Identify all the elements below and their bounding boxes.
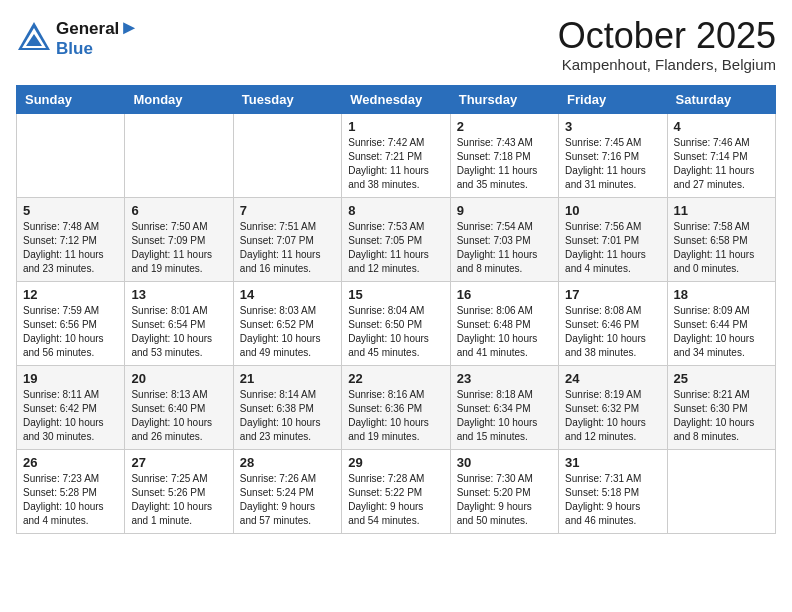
day-info: Sunrise: 8:08 AM Sunset: 6:46 PM Dayligh… bbox=[565, 304, 660, 360]
calendar-week-1: 1Sunrise: 7:42 AM Sunset: 7:21 PM Daylig… bbox=[17, 113, 776, 197]
day-number: 21 bbox=[240, 371, 335, 386]
calendar-cell: 30Sunrise: 7:30 AM Sunset: 5:20 PM Dayli… bbox=[450, 449, 558, 533]
calendar-cell: 22Sunrise: 8:16 AM Sunset: 6:36 PM Dayli… bbox=[342, 365, 450, 449]
weekday-header-sunday: Sunday bbox=[17, 85, 125, 113]
day-info: Sunrise: 7:53 AM Sunset: 7:05 PM Dayligh… bbox=[348, 220, 443, 276]
day-number: 10 bbox=[565, 203, 660, 218]
location-text: Kampenhout, Flanders, Belgium bbox=[558, 56, 776, 73]
page-header: General► Blue October 2025 Kampenhout, F… bbox=[16, 16, 776, 73]
calendar-week-3: 12Sunrise: 7:59 AM Sunset: 6:56 PM Dayli… bbox=[17, 281, 776, 365]
day-info: Sunrise: 7:28 AM Sunset: 5:22 PM Dayligh… bbox=[348, 472, 443, 528]
calendar-cell: 7Sunrise: 7:51 AM Sunset: 7:07 PM Daylig… bbox=[233, 197, 341, 281]
logo-icon bbox=[16, 20, 52, 56]
calendar-cell: 23Sunrise: 8:18 AM Sunset: 6:34 PM Dayli… bbox=[450, 365, 558, 449]
calendar-week-5: 26Sunrise: 7:23 AM Sunset: 5:28 PM Dayli… bbox=[17, 449, 776, 533]
day-info: Sunrise: 8:14 AM Sunset: 6:38 PM Dayligh… bbox=[240, 388, 335, 444]
day-info: Sunrise: 8:09 AM Sunset: 6:44 PM Dayligh… bbox=[674, 304, 769, 360]
calendar-cell: 14Sunrise: 8:03 AM Sunset: 6:52 PM Dayli… bbox=[233, 281, 341, 365]
calendar-week-2: 5Sunrise: 7:48 AM Sunset: 7:12 PM Daylig… bbox=[17, 197, 776, 281]
calendar-cell: 20Sunrise: 8:13 AM Sunset: 6:40 PM Dayli… bbox=[125, 365, 233, 449]
calendar-cell: 1Sunrise: 7:42 AM Sunset: 7:21 PM Daylig… bbox=[342, 113, 450, 197]
day-info: Sunrise: 7:59 AM Sunset: 6:56 PM Dayligh… bbox=[23, 304, 118, 360]
day-info: Sunrise: 7:54 AM Sunset: 7:03 PM Dayligh… bbox=[457, 220, 552, 276]
calendar-cell: 11Sunrise: 7:58 AM Sunset: 6:58 PM Dayli… bbox=[667, 197, 775, 281]
day-info: Sunrise: 7:58 AM Sunset: 6:58 PM Dayligh… bbox=[674, 220, 769, 276]
day-number: 6 bbox=[131, 203, 226, 218]
day-number: 19 bbox=[23, 371, 118, 386]
day-number: 7 bbox=[240, 203, 335, 218]
calendar-cell: 16Sunrise: 8:06 AM Sunset: 6:48 PM Dayli… bbox=[450, 281, 558, 365]
day-number: 23 bbox=[457, 371, 552, 386]
weekday-header-friday: Friday bbox=[559, 85, 667, 113]
weekday-header-wednesday: Wednesday bbox=[342, 85, 450, 113]
day-info: Sunrise: 7:50 AM Sunset: 7:09 PM Dayligh… bbox=[131, 220, 226, 276]
calendar-cell: 24Sunrise: 8:19 AM Sunset: 6:32 PM Dayli… bbox=[559, 365, 667, 449]
day-number: 13 bbox=[131, 287, 226, 302]
day-number: 16 bbox=[457, 287, 552, 302]
logo-text: General► Blue bbox=[56, 16, 139, 59]
day-number: 18 bbox=[674, 287, 769, 302]
day-number: 26 bbox=[23, 455, 118, 470]
calendar-cell: 18Sunrise: 8:09 AM Sunset: 6:44 PM Dayli… bbox=[667, 281, 775, 365]
day-info: Sunrise: 7:23 AM Sunset: 5:28 PM Dayligh… bbox=[23, 472, 118, 528]
calendar-cell: 10Sunrise: 7:56 AM Sunset: 7:01 PM Dayli… bbox=[559, 197, 667, 281]
day-number: 12 bbox=[23, 287, 118, 302]
day-number: 17 bbox=[565, 287, 660, 302]
calendar-week-4: 19Sunrise: 8:11 AM Sunset: 6:42 PM Dayli… bbox=[17, 365, 776, 449]
month-title: October 2025 bbox=[558, 16, 776, 56]
day-number: 31 bbox=[565, 455, 660, 470]
day-info: Sunrise: 7:25 AM Sunset: 5:26 PM Dayligh… bbox=[131, 472, 226, 528]
day-number: 14 bbox=[240, 287, 335, 302]
day-info: Sunrise: 7:51 AM Sunset: 7:07 PM Dayligh… bbox=[240, 220, 335, 276]
logo: General► Blue bbox=[16, 16, 139, 59]
day-number: 3 bbox=[565, 119, 660, 134]
day-info: Sunrise: 7:45 AM Sunset: 7:16 PM Dayligh… bbox=[565, 136, 660, 192]
day-number: 22 bbox=[348, 371, 443, 386]
day-number: 29 bbox=[348, 455, 443, 470]
calendar-cell: 27Sunrise: 7:25 AM Sunset: 5:26 PM Dayli… bbox=[125, 449, 233, 533]
calendar-cell: 17Sunrise: 8:08 AM Sunset: 6:46 PM Dayli… bbox=[559, 281, 667, 365]
calendar-cell: 21Sunrise: 8:14 AM Sunset: 6:38 PM Dayli… bbox=[233, 365, 341, 449]
calendar-cell bbox=[233, 113, 341, 197]
day-info: Sunrise: 8:18 AM Sunset: 6:34 PM Dayligh… bbox=[457, 388, 552, 444]
calendar-cell: 29Sunrise: 7:28 AM Sunset: 5:22 PM Dayli… bbox=[342, 449, 450, 533]
calendar-cell: 26Sunrise: 7:23 AM Sunset: 5:28 PM Dayli… bbox=[17, 449, 125, 533]
weekday-header-tuesday: Tuesday bbox=[233, 85, 341, 113]
calendar-cell bbox=[17, 113, 125, 197]
calendar-cell: 25Sunrise: 8:21 AM Sunset: 6:30 PM Dayli… bbox=[667, 365, 775, 449]
calendar-table: SundayMondayTuesdayWednesdayThursdayFrid… bbox=[16, 85, 776, 534]
day-info: Sunrise: 8:06 AM Sunset: 6:48 PM Dayligh… bbox=[457, 304, 552, 360]
day-number: 28 bbox=[240, 455, 335, 470]
calendar-cell: 9Sunrise: 7:54 AM Sunset: 7:03 PM Daylig… bbox=[450, 197, 558, 281]
calendar-cell bbox=[125, 113, 233, 197]
day-number: 11 bbox=[674, 203, 769, 218]
calendar-cell: 3Sunrise: 7:45 AM Sunset: 7:16 PM Daylig… bbox=[559, 113, 667, 197]
day-number: 20 bbox=[131, 371, 226, 386]
day-number: 27 bbox=[131, 455, 226, 470]
day-info: Sunrise: 8:01 AM Sunset: 6:54 PM Dayligh… bbox=[131, 304, 226, 360]
calendar-cell: 5Sunrise: 7:48 AM Sunset: 7:12 PM Daylig… bbox=[17, 197, 125, 281]
calendar-cell: 6Sunrise: 7:50 AM Sunset: 7:09 PM Daylig… bbox=[125, 197, 233, 281]
day-info: Sunrise: 7:48 AM Sunset: 7:12 PM Dayligh… bbox=[23, 220, 118, 276]
day-number: 25 bbox=[674, 371, 769, 386]
day-info: Sunrise: 8:19 AM Sunset: 6:32 PM Dayligh… bbox=[565, 388, 660, 444]
weekday-header-saturday: Saturday bbox=[667, 85, 775, 113]
title-block: October 2025 Kampenhout, Flanders, Belgi… bbox=[558, 16, 776, 73]
calendar-cell: 13Sunrise: 8:01 AM Sunset: 6:54 PM Dayli… bbox=[125, 281, 233, 365]
day-info: Sunrise: 7:56 AM Sunset: 7:01 PM Dayligh… bbox=[565, 220, 660, 276]
day-info: Sunrise: 7:43 AM Sunset: 7:18 PM Dayligh… bbox=[457, 136, 552, 192]
day-info: Sunrise: 7:26 AM Sunset: 5:24 PM Dayligh… bbox=[240, 472, 335, 528]
calendar-cell: 12Sunrise: 7:59 AM Sunset: 6:56 PM Dayli… bbox=[17, 281, 125, 365]
day-info: Sunrise: 8:03 AM Sunset: 6:52 PM Dayligh… bbox=[240, 304, 335, 360]
day-number: 1 bbox=[348, 119, 443, 134]
day-info: Sunrise: 7:30 AM Sunset: 5:20 PM Dayligh… bbox=[457, 472, 552, 528]
weekday-header-thursday: Thursday bbox=[450, 85, 558, 113]
day-number: 5 bbox=[23, 203, 118, 218]
calendar-cell: 28Sunrise: 7:26 AM Sunset: 5:24 PM Dayli… bbox=[233, 449, 341, 533]
day-info: Sunrise: 7:42 AM Sunset: 7:21 PM Dayligh… bbox=[348, 136, 443, 192]
day-number: 30 bbox=[457, 455, 552, 470]
calendar-cell: 19Sunrise: 8:11 AM Sunset: 6:42 PM Dayli… bbox=[17, 365, 125, 449]
calendar-cell bbox=[667, 449, 775, 533]
day-number: 8 bbox=[348, 203, 443, 218]
day-info: Sunrise: 8:21 AM Sunset: 6:30 PM Dayligh… bbox=[674, 388, 769, 444]
